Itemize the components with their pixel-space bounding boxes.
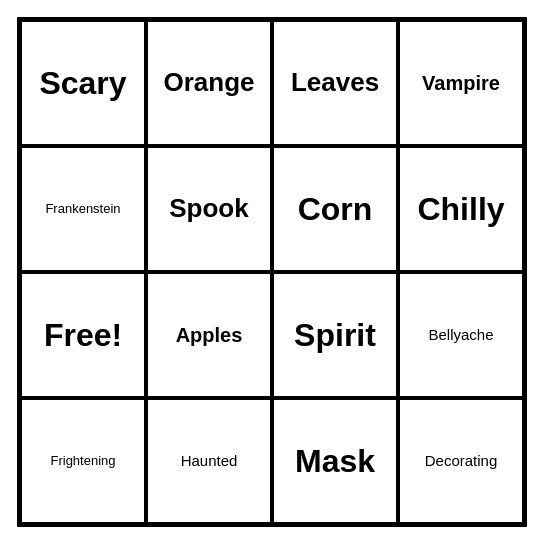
bingo-cell-12: Frightening — [20, 398, 146, 524]
cell-text-2: Leaves — [291, 67, 379, 98]
cell-text-3: Vampire — [422, 71, 500, 95]
cell-text-7: Chilly — [417, 190, 504, 228]
cell-text-15: Decorating — [425, 452, 498, 470]
cell-text-4: Frankenstein — [45, 201, 120, 217]
bingo-cell-11: Bellyache — [398, 272, 524, 398]
bingo-cell-9: Apples — [146, 272, 272, 398]
bingo-cell-8: Free! — [20, 272, 146, 398]
bingo-cell-15: Decorating — [398, 398, 524, 524]
bingo-cell-6: Corn — [272, 146, 398, 272]
cell-text-0: Scary — [39, 64, 126, 102]
cell-text-11: Bellyache — [428, 326, 493, 344]
bingo-cell-4: Frankenstein — [20, 146, 146, 272]
cell-text-12: Frightening — [50, 453, 115, 469]
cell-text-6: Corn — [298, 190, 373, 228]
cell-text-10: Spirit — [294, 316, 376, 354]
bingo-cell-3: Vampire — [398, 20, 524, 146]
bingo-cell-14: Mask — [272, 398, 398, 524]
bingo-cell-2: Leaves — [272, 20, 398, 146]
cell-text-5: Spook — [169, 193, 248, 224]
cell-text-8: Free! — [44, 316, 122, 354]
bingo-cell-7: Chilly — [398, 146, 524, 272]
cell-text-13: Haunted — [181, 452, 238, 470]
bingo-cell-1: Orange — [146, 20, 272, 146]
cell-text-14: Mask — [295, 442, 375, 480]
bingo-cell-13: Haunted — [146, 398, 272, 524]
bingo-cell-0: Scary — [20, 20, 146, 146]
bingo-cell-10: Spirit — [272, 272, 398, 398]
cell-text-9: Apples — [176, 323, 243, 347]
bingo-cell-5: Spook — [146, 146, 272, 272]
cell-text-1: Orange — [163, 67, 254, 98]
bingo-board: ScaryOrangeLeavesVampireFrankensteinSpoo… — [17, 17, 527, 527]
